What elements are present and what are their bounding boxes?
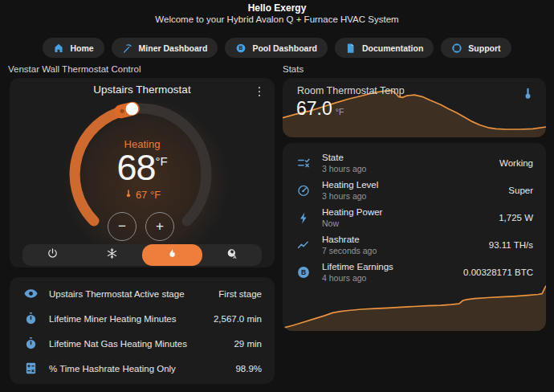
timer-icon: [22, 312, 39, 325]
eye-icon: [22, 286, 39, 301]
stat-label: % Time Hashrate Heating Only: [49, 364, 235, 374]
mode-heat-button[interactable]: [142, 244, 202, 266]
mode-cool-button[interactable]: [83, 244, 143, 266]
snowflake-icon: [106, 247, 118, 263]
home-icon: [53, 43, 64, 54]
stat-label: Lifetime Nat Gas Heating Minutes: [49, 339, 234, 349]
stat-time: 3 hours ago: [322, 164, 499, 175]
stat-label: Upstairs Thermostat Active stage: [49, 289, 218, 299]
temp-increase-button[interactable]: +: [145, 212, 174, 241]
stat-time: 4 hours ago: [322, 273, 463, 284]
calculator-icon: [22, 361, 39, 375]
hvac-mode-row: A: [22, 244, 262, 266]
list-status-icon: [295, 156, 312, 171]
svg-text:B: B: [239, 45, 243, 51]
room-temp-title: Room Thermostat Temp: [297, 85, 405, 96]
pickaxe-icon: [122, 43, 133, 54]
pool-bitcoin-icon: B: [235, 43, 246, 54]
stat-label: Heating Level: [322, 179, 508, 191]
flash-icon: [295, 211, 312, 225]
nav-miner-dashboard[interactable]: Miner Dashboard: [112, 38, 218, 58]
stat-value: 98.9%: [235, 364, 262, 374]
stat-value: 29 min: [234, 339, 262, 349]
section-title-stats: Stats: [283, 64, 303, 74]
room-temp-unit: °F: [336, 107, 344, 116]
thermostat-target-temp: 67 °F: [10, 189, 275, 201]
stat-row-hashrate-heating-pct[interactable]: % Time Hashrate Heating Only 98.9%: [10, 356, 275, 381]
miner-stats-card: State 3 hours ago Working Heating Level …: [283, 143, 546, 331]
stat-value: Super: [508, 186, 533, 195]
target-temp-value: 67 °F: [136, 189, 161, 201]
thermometer-icon: [521, 87, 535, 104]
stat-row-lifetime-earnings[interactable]: B Lifetime Earnings 4 hours ago 0.003281…: [283, 259, 546, 286]
current-temp-value: 68: [116, 147, 155, 188]
stat-label: Hashrate: [322, 234, 489, 246]
stat-value: Working: [499, 158, 533, 168]
nav-documentation-label: Documentation: [362, 43, 423, 53]
stat-value: 1,725 W: [499, 213, 533, 223]
current-temp-unit: °F: [155, 154, 167, 168]
mode-off-button[interactable]: [22, 244, 83, 266]
stat-time: 7 seconds ago: [322, 246, 489, 257]
stat-label: Lifetime Miner Heating Minutes: [49, 314, 214, 324]
nav-support-label: Support: [468, 43, 500, 53]
room-temp-number: 67.0: [296, 98, 332, 120]
temp-decrease-button[interactable]: −: [108, 212, 136, 241]
stat-value: 2,567.0 min: [214, 314, 262, 324]
section-title-thermostat: Venstar Wall Thermostat Control: [8, 64, 141, 74]
nav-support[interactable]: Support: [441, 38, 511, 58]
fire-icon: [166, 247, 178, 263]
stat-value: 0.00328171 BTC: [463, 267, 533, 277]
earnings-sparkline: [283, 284, 546, 331]
power-icon: [47, 247, 59, 263]
stat-row-hashrate[interactable]: Hashrate 7 seconds ago 93.11 TH/s: [283, 231, 546, 259]
room-temp-card[interactable]: Room Thermostat Temp 67.0 °F: [283, 78, 546, 137]
nav-miner-dashboard-label: Miner Dashboard: [139, 43, 208, 53]
thermostat-current-temp: 68°F: [10, 147, 275, 189]
stat-row-natgas-minutes[interactable]: Lifetime Nat Gas Heating Minutes 29 min: [10, 331, 275, 356]
lifebuoy-icon: [451, 43, 462, 54]
stat-time: 3 hours ago: [322, 191, 508, 202]
thermostat-card: Upstairs Thermostat Heating 6: [10, 78, 275, 267]
nav-documentation[interactable]: Documentation: [335, 38, 434, 58]
stat-row-heating-power[interactable]: Heating Power Now 1,725 W: [283, 204, 546, 231]
dashboard-page: Hello Exergy Welcome to your Hybrid Aval…: [0, 0, 554, 392]
nav-pool-dashboard-label: Pool Dashboard: [252, 43, 317, 53]
thermostat-stats-card: Upstairs Thermostat Active stage First s…: [10, 277, 275, 384]
bitcoin-circle-icon: B: [295, 265, 312, 280]
timer-icon: [22, 337, 39, 350]
stat-value: 93.11 TH/s: [489, 240, 533, 250]
stat-row-miner-minutes[interactable]: Lifetime Miner Heating Minutes 2,567.0 m…: [10, 306, 275, 331]
page-title: Hello Exergy: [0, 2, 554, 14]
svg-text:B: B: [301, 268, 306, 276]
thermometer-small-icon: [124, 189, 133, 201]
room-temp-value: 67.0 °F: [296, 98, 344, 120]
nav-bar: Home Miner Dashboard B Pool Dashboard Do…: [0, 38, 554, 58]
stat-row-active-stage[interactable]: Upstairs Thermostat Active stage First s…: [10, 281, 275, 306]
nav-home-label: Home: [70, 43, 93, 53]
stat-label: Lifetime Earnings: [322, 261, 463, 273]
stat-label: State: [322, 152, 499, 164]
stat-row-state[interactable]: State 3 hours ago Working: [283, 149, 546, 177]
page-subtitle: Welcome to your Hybrid Avalon Q + Furnac…: [0, 14, 554, 24]
mode-fan-auto-button[interactable]: A: [202, 244, 263, 266]
stat-time: Now: [322, 218, 499, 230]
svg-text:A: A: [233, 254, 236, 259]
stat-value: First stage: [218, 289, 262, 299]
stat-label: Heating Power: [322, 206, 499, 218]
nav-pool-dashboard[interactable]: B Pool Dashboard: [225, 38, 328, 58]
fan-auto-icon: A: [226, 247, 238, 263]
file-document-icon: [345, 43, 356, 54]
nav-home[interactable]: Home: [43, 38, 104, 58]
stat-row-heating-level[interactable]: Heating Level 3 hours ago Super: [283, 177, 546, 204]
chart-line-icon: [295, 238, 312, 252]
gauge-icon: [295, 183, 312, 198]
